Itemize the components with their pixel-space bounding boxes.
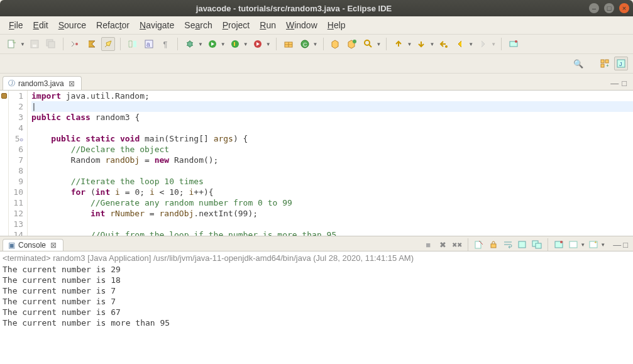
dropdown-icon[interactable]: ▼ (580, 242, 585, 248)
toggle-highlight-button[interactable] (101, 37, 115, 51)
last-edit-button[interactable] (437, 37, 451, 51)
run-button[interactable] (206, 37, 219, 51)
search-button[interactable] (361, 37, 375, 51)
dropdown-icon[interactable]: ▼ (198, 41, 203, 47)
toggle-breadcrumb-button[interactable] (69, 37, 82, 51)
pilcrow-button[interactable]: ¶ (158, 37, 172, 51)
minimize-view-button[interactable]: — (610, 79, 619, 88)
toggle-mark-button[interactable] (85, 37, 99, 51)
show-whitespace-button[interactable]: a (142, 37, 156, 51)
console-line: The current number is more than 95 (3, 317, 630, 328)
dropdown-icon[interactable]: ▼ (429, 41, 434, 47)
dropdown-icon[interactable]: ▼ (468, 41, 473, 47)
search-access-button[interactable]: 🔍 (571, 57, 585, 70)
minimize-view-button[interactable]: — (613, 240, 621, 250)
code-line[interactable]: //Iterate the loop 10 times (31, 176, 633, 187)
code-line[interactable] (31, 123, 633, 133)
dropdown-icon[interactable]: ▼ (20, 41, 25, 47)
console-tab[interactable]: ▣ Console ⊠ (3, 239, 63, 251)
pin-editor-button[interactable] (507, 37, 520, 51)
dropdown-icon[interactable]: ▼ (243, 41, 248, 47)
separator-icon (120, 38, 121, 50)
menu-search[interactable]: Search (180, 19, 216, 31)
remove-launch-button[interactable]: ✖ (436, 238, 449, 251)
separator-icon (548, 238, 548, 251)
code-line[interactable]: public static void main(String[] args) { (31, 133, 633, 144)
display-console-button[interactable] (567, 238, 580, 251)
dropdown-icon[interactable]: ▼ (221, 41, 226, 47)
forward-button[interactable] (476, 37, 490, 51)
console-line: The current number is 67 (3, 307, 630, 317)
save-all-button[interactable] (44, 37, 58, 51)
menu-source[interactable]: Source (55, 19, 90, 31)
next-annotation-button[interactable] (414, 37, 428, 51)
open-type-button[interactable] (329, 37, 343, 51)
prev-annotation-button[interactable] (392, 37, 405, 51)
code-line[interactable]: for (int i = 0; i < 10; i++){ (31, 187, 633, 197)
debug-button[interactable] (183, 37, 197, 51)
window-minimize-button[interactable]: – (589, 3, 599, 13)
menu-edit[interactable]: Edit (30, 19, 52, 31)
dropdown-icon[interactable]: ▼ (377, 41, 382, 47)
svg-rect-29 (475, 241, 481, 248)
dropdown-icon[interactable]: ▼ (491, 41, 496, 47)
word-wrap-button[interactable] (502, 238, 514, 251)
menu-navigate[interactable]: Navigate (136, 19, 178, 31)
new-console-button[interactable]: + (587, 238, 600, 251)
run-last-button[interactable] (251, 37, 265, 51)
menu-run[interactable]: Run (256, 19, 280, 31)
code-editor[interactable]: 12345⊖67891011121314 import java.util.Ra… (0, 91, 633, 236)
window-maximize-button[interactable]: □ (604, 3, 614, 13)
code-line[interactable]: | (31, 101, 633, 112)
menu-project[interactable]: Project (219, 19, 254, 31)
code-line[interactable]: Random randObj = new Random(); (31, 155, 633, 165)
dropdown-icon[interactable]: ▼ (407, 41, 412, 47)
close-tab-button[interactable]: ⊠ (67, 79, 76, 88)
menu-help[interactable]: Help (324, 19, 350, 31)
svg-rect-33 (536, 243, 541, 248)
close-tab-button[interactable]: ⊠ (49, 241, 58, 250)
console-output[interactable]: <terminated> random3 [Java Application] … (0, 251, 633, 364)
dropdown-icon[interactable]: ▼ (313, 41, 318, 47)
open-console-button[interactable] (553, 238, 565, 251)
clear-console-button[interactable] (473, 238, 485, 251)
open-perspective-button[interactable]: + (598, 57, 612, 70)
svg-text:+: + (606, 63, 609, 69)
show-console-button[interactable] (531, 238, 543, 251)
code-line[interactable]: //Generate any random number from 0 to 9… (31, 197, 633, 208)
dropdown-icon[interactable]: ▼ (266, 41, 271, 47)
maximize-view-button[interactable]: □ (623, 240, 628, 250)
code-area[interactable]: import java.util.Random;|public class ra… (28, 91, 633, 236)
scroll-lock-button[interactable] (487, 238, 500, 251)
save-button[interactable] (28, 37, 41, 51)
new-class-button[interactable]: C (298, 37, 312, 51)
code-line[interactable] (31, 219, 633, 229)
maximize-view-button[interactable]: □ (622, 79, 627, 88)
terminate-button[interactable]: ■ (422, 238, 434, 251)
new-button[interactable] (5, 37, 19, 51)
editor-tab[interactable]: Ⓙ random3.java ⊠ (3, 76, 82, 90)
menu-file[interactable]: File (5, 19, 27, 31)
new-package-button[interactable] (282, 37, 295, 51)
code-line[interactable]: //Quit from the loop if the number is mo… (31, 229, 633, 236)
back-button[interactable] (453, 37, 467, 51)
code-line[interactable]: public class random3 { (31, 112, 633, 123)
code-line[interactable]: //Declare the object (31, 144, 633, 155)
console-tab-label: Console (18, 241, 46, 250)
java-perspective-button[interactable]: J (614, 57, 628, 70)
svg-point-18 (353, 40, 356, 43)
menu-window[interactable]: Window (282, 19, 321, 31)
coverage-button[interactable] (228, 37, 242, 51)
svg-point-5 (75, 43, 78, 45)
open-task-button[interactable] (345, 37, 359, 51)
code-line[interactable] (31, 165, 633, 176)
menu-refactor[interactable]: Refactor (92, 19, 133, 31)
code-line[interactable]: import java.util.Random; (31, 91, 633, 101)
code-line[interactable]: int rNumber = randObj.nextInt(99); (31, 208, 633, 219)
pin-console-button[interactable] (516, 238, 529, 251)
marker-column (0, 91, 9, 236)
remove-all-button[interactable]: ✖✖ (451, 238, 463, 251)
dropdown-icon[interactable]: ▼ (600, 242, 605, 248)
block-select-button[interactable] (126, 37, 140, 51)
window-close-button[interactable]: × (619, 3, 629, 13)
